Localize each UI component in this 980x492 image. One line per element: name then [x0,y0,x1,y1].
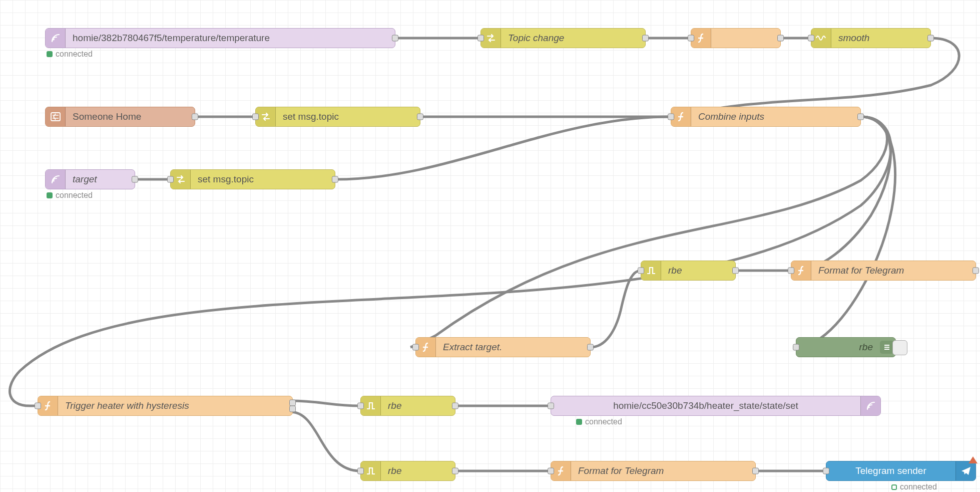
port-out[interactable] [732,268,739,274]
port-in[interactable] [167,176,174,183]
node-mqtt-in-temperature[interactable]: homie/382b780467f5/temperature/temperatu… [45,28,395,48]
canvas-grid [0,0,980,492]
node-telegram-sender[interactable]: Telegram sender connected [826,461,976,481]
port-in[interactable] [412,344,419,351]
port-out[interactable] [132,176,138,183]
function-icon [671,107,691,126]
mqtt-icon [46,170,66,189]
port-out[interactable] [642,35,649,42]
node-extract-target[interactable]: Extract target. [415,337,591,357]
debug-bars-icon [880,341,894,354]
port-in[interactable] [793,344,799,351]
node-mqtt-in-target[interactable]: target connected [45,169,135,189]
change-icon [171,170,191,189]
node-label: rbe [661,265,735,276]
node-label: Telegram sender [826,465,955,476]
port-in[interactable] [638,268,644,274]
port-out[interactable] [192,114,198,120]
node-set-msg-topic-2[interactable]: set msg.topic [170,169,335,189]
node-label: Topic change [501,33,645,44]
function-icon [38,396,58,415]
node-label: Extract target. [436,342,590,353]
function-icon [791,261,811,280]
node-label: homie/cc50e30b734b/heater_state/state/se… [551,400,860,411]
port-in[interactable] [668,114,674,120]
node-label: Combine inputs [691,111,860,122]
node-trigger-heater[interactable]: Trigger heater with hysteresis [38,396,293,416]
port-out[interactable] [752,468,759,474]
port-in[interactable] [252,114,259,120]
node-label: Someone Home [66,111,195,122]
status-dot [47,192,53,198]
port-in[interactable] [808,35,814,42]
rbe-icon [641,261,661,280]
node-label: Format for Telegram [811,265,975,276]
node-status: connected [47,50,93,59]
error-indicator-icon [968,456,977,463]
node-debug-rbe[interactable]: rbe [796,337,896,357]
node-rbe-1[interactable]: rbe [641,261,736,281]
mqtt-icon [46,29,66,48]
mqtt-icon [860,396,880,415]
port-out[interactable] [972,268,979,274]
status-text: connected [585,417,622,426]
node-label: rbe [381,400,455,411]
port-in[interactable] [35,403,41,409]
node-function-blank[interactable] [691,28,781,48]
node-rbe-3[interactable]: rbe [360,461,455,481]
change-icon [256,107,276,126]
node-mqtt-out-heater[interactable]: homie/cc50e30b734b/heater_state/state/se… [551,396,881,416]
port-out[interactable] [417,114,423,120]
node-label: rbe [796,342,880,353]
function-icon [416,338,436,357]
node-label: target [66,174,135,185]
node-label: Trigger heater with hysteresis [58,400,292,411]
port-out[interactable] [332,176,338,183]
node-someone-home[interactable]: Someone Home [45,107,195,127]
port-in[interactable] [548,468,554,474]
node-topic-change[interactable]: Topic change [480,28,646,48]
status-text: connected [900,482,937,491]
node-combine-inputs[interactable]: Combine inputs [671,107,861,127]
port-out-1[interactable] [289,399,296,406]
node-status: connected [891,482,937,491]
node-rbe-2[interactable]: rbe [360,396,455,416]
status-text: connected [56,50,93,59]
port-in[interactable] [688,35,694,42]
port-out[interactable] [452,403,458,409]
port-out[interactable] [587,344,594,351]
node-set-msg-topic-1[interactable]: set msg.topic [255,107,420,127]
port-in[interactable] [357,468,364,474]
status-dot [891,484,897,490]
rbe-icon [361,396,381,415]
function-icon [691,29,711,48]
port-out[interactable] [392,35,398,42]
link-in-icon [46,107,66,126]
port-out[interactable] [927,35,934,42]
function-icon [551,461,571,480]
port-out[interactable] [777,35,784,42]
port-in[interactable] [357,403,364,409]
debug-toggle-button[interactable] [892,340,907,355]
port-in[interactable] [823,468,829,474]
port-out-2[interactable] [289,406,296,412]
port-in[interactable] [788,268,794,274]
port-out[interactable] [857,114,864,120]
node-smooth[interactable]: smooth [811,28,931,48]
change-icon [481,29,501,48]
node-format-telegram-2[interactable]: Format for Telegram [551,461,756,481]
node-label: homie/382b780467f5/temperature/temperatu… [66,33,395,44]
node-label: Format for Telegram [571,465,755,476]
node-label: set msg.topic [276,111,420,122]
node-format-telegram-1[interactable]: Format for Telegram [791,261,976,281]
rbe-icon [361,461,381,480]
port-out[interactable] [452,468,458,474]
status-dot [47,51,53,57]
node-status: connected [47,191,93,200]
node-label: smooth [831,33,930,44]
status-text: connected [56,191,93,200]
smooth-icon [811,29,831,48]
telegram-icon [955,461,975,480]
port-in[interactable] [548,403,554,409]
port-in[interactable] [477,35,484,42]
